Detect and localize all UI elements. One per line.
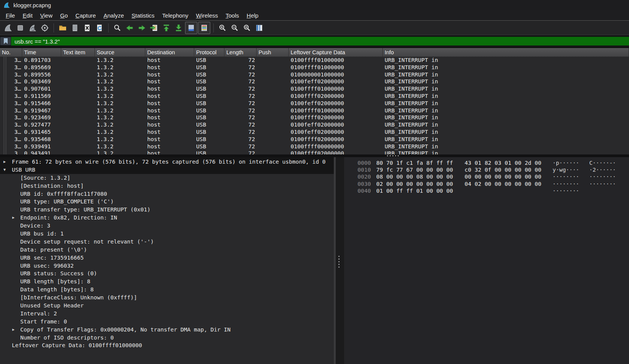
go-last-packet-button[interactable] xyxy=(173,22,184,34)
column-header-destination[interactable]: Destination xyxy=(145,48,194,57)
packet-row[interactable]: 3…0.9034691.3.2hostUSB720100feff02000000… xyxy=(0,78,629,85)
detail-row[interactable]: ▶Copy of Transfer Flags: 0x00000204, No … xyxy=(0,326,334,334)
detail-row[interactable]: Interval: 2 xyxy=(0,310,334,318)
hex-bytes-left[interactable]: 02 00 00 00 00 00 00 00 xyxy=(376,180,453,187)
detail-row[interactable]: [Source: 1.3.2] xyxy=(0,174,334,182)
ascii-left[interactable]: ·p······ xyxy=(553,159,580,166)
menu-wireless[interactable]: Wireless xyxy=(192,11,222,20)
go-back-button[interactable] xyxy=(124,22,135,34)
column-header-push[interactable]: Push xyxy=(257,48,289,57)
menu-telephony[interactable]: Telephony xyxy=(158,11,192,20)
detail-row[interactable]: Device setup request: not relevant ('-') xyxy=(0,238,334,246)
packet-row[interactable]: 3…0.9354681.3.2hostUSB720100ffff02000000… xyxy=(0,136,629,143)
column-header-time[interactable]: Time xyxy=(22,48,61,57)
packet-row[interactable]: 3…0.8956691.3.2hostUSB720100ffff01000000… xyxy=(0,64,629,71)
ascii-right[interactable]: ·2······ xyxy=(589,166,616,173)
hex-bytes-right[interactable]: c0 32 0f 00 00 00 00 00 xyxy=(465,166,542,173)
menu-go[interactable]: Go xyxy=(56,11,72,20)
menu-capture[interactable]: Capture xyxy=(72,11,99,20)
menu-statistics[interactable]: Statistics xyxy=(128,11,158,20)
hex-row[interactable]: 004001 00 ff ff 01 00 00 00········ xyxy=(344,187,629,194)
packet-row[interactable]: 3…0.8995561.3.2hostUSB720100000001000000… xyxy=(0,71,629,78)
packet-row[interactable]: 3…0.9234691.3.2hostUSB720100ffff02000000… xyxy=(0,114,629,121)
detail-row[interactable]: Leftover Capture Data: 0100ffff01000000 xyxy=(0,341,334,349)
detail-row[interactable]: [bInterfaceClass: Unknown (0xffff)] xyxy=(0,294,334,302)
packet-row[interactable]: 3…0.9274771.3.2hostUSB720100feff02000000… xyxy=(0,121,629,128)
chevron-down-icon[interactable]: ▼ xyxy=(3,166,6,174)
capture-options-button[interactable] xyxy=(39,22,50,34)
detail-row[interactable]: URB status: Success (0) xyxy=(0,270,334,278)
detail-row[interactable]: URB sec: 1735916665 xyxy=(0,254,334,262)
auto-scroll-button[interactable] xyxy=(185,22,197,34)
menu-view[interactable]: View xyxy=(36,11,56,20)
column-header-text-item[interactable]: Text item xyxy=(61,48,95,57)
zoom-out-button[interactable] xyxy=(229,22,241,34)
detail-row[interactable]: Data length [bytes]: 8 xyxy=(0,286,334,294)
chevron-right-icon[interactable]: ▶ xyxy=(12,214,15,222)
find-packet-button[interactable] xyxy=(112,22,123,34)
save-file-button[interactable] xyxy=(69,22,81,34)
column-header-leftover-capture-data[interactable]: Leftover Capture Data xyxy=(289,48,383,57)
detail-row[interactable]: URB type: URB_COMPLETE ('C') xyxy=(0,198,334,206)
restart-capture-button[interactable] xyxy=(27,22,38,34)
close-file-button[interactable] xyxy=(81,22,93,34)
packet-row[interactable]: 3…0.9115691.3.2hostUSB720100ffff02000000… xyxy=(0,93,629,100)
filter-bookmark-button[interactable] xyxy=(0,37,11,46)
detail-row[interactable]: URB transfer type: URB_INTERRUPT (0x01) xyxy=(0,206,334,214)
menu-help[interactable]: Help xyxy=(243,11,262,20)
column-header-no-[interactable]: No. xyxy=(0,48,22,57)
chevron-right-icon[interactable]: ▶ xyxy=(12,326,15,334)
hex-bytes-left[interactable]: 01 00 ff ff 01 00 00 00 xyxy=(376,187,453,194)
hex-row[interactable]: 003002 00 00 00 00 00 00 0004 02 00 00 0… xyxy=(344,180,629,187)
hex-bytes-left[interactable]: 79 fc 77 67 00 00 00 00 xyxy=(376,166,453,173)
packet-row[interactable]: 3…0.9194671.3.2hostUSB720100ffff01000000… xyxy=(0,107,629,114)
stop-capture-button[interactable] xyxy=(15,22,26,34)
menu-edit[interactable]: Edit xyxy=(19,11,36,20)
packet-row[interactable]: 3…0.9154661.3.2hostUSB720100feff02000000… xyxy=(0,100,629,107)
hex-bytes-right[interactable]: 43 01 82 03 01 00 2d 00 xyxy=(465,159,542,166)
vertical-splitter[interactable] xyxy=(334,157,344,364)
menu-analyze[interactable]: Analyze xyxy=(100,11,128,20)
packet-row[interactable]: 3…0.9434911.3.2hostUSB720100ffff02000000… xyxy=(0,150,629,154)
detail-row[interactable]: Unused Setup Header xyxy=(0,302,334,310)
chevron-right-icon[interactable]: ▶ xyxy=(3,158,6,166)
detail-row[interactable]: ▶Frame 61: 72 bytes on wire (576 bits), … xyxy=(0,158,334,166)
detail-row[interactable]: ▼USB URB xyxy=(0,166,334,174)
hex-row[interactable]: 002008 00 00 00 08 00 00 0000 00 00 00 0… xyxy=(344,173,629,180)
detail-row[interactable]: URB length [bytes]: 8 xyxy=(0,278,334,286)
detail-row[interactable]: Start frame: 0 xyxy=(0,318,334,326)
detail-row[interactable]: URB bus id: 1 xyxy=(0,230,334,238)
open-file-button[interactable] xyxy=(57,22,68,34)
menu-tools[interactable]: Tools xyxy=(222,11,243,20)
display-filter-input[interactable]: usb.src == "1.3.2" xyxy=(11,37,629,46)
ascii-right[interactable]: ········ xyxy=(589,173,616,180)
resize-columns-button[interactable] xyxy=(254,22,265,34)
hex-row[interactable]: 001079 fc 77 67 00 00 00 00c0 32 0f 00 0… xyxy=(344,166,629,173)
detail-row[interactable]: [Destination: host] xyxy=(0,182,334,190)
reload-file-button[interactable] xyxy=(94,22,105,34)
hex-row[interactable]: 000080 70 1f c1 fa 8f ff ff43 01 82 03 0… xyxy=(344,159,629,166)
hex-bytes-left[interactable]: 08 00 00 00 08 00 00 00 xyxy=(376,173,453,180)
packet-row[interactable]: 3…0.9394911.3.2hostUSB720100ffff00000000… xyxy=(0,143,629,150)
start-capture-button[interactable] xyxy=(2,22,14,34)
column-header-length[interactable]: Length xyxy=(224,48,257,57)
column-header-protocol[interactable]: Protocol xyxy=(194,48,224,57)
colorize-button[interactable] xyxy=(198,22,210,34)
horizontal-splitter[interactable] xyxy=(0,154,629,157)
detail-row[interactable]: URB usec: 996032 xyxy=(0,262,334,270)
go-to-packet-button[interactable] xyxy=(148,22,160,34)
column-header-source[interactable]: Source xyxy=(95,48,145,57)
column-header-info[interactable]: Info xyxy=(383,48,629,57)
ascii-right[interactable]: C·····-· xyxy=(589,159,616,166)
detail-row[interactable]: Number of ISO descriptors: 0 xyxy=(0,334,334,342)
hex-bytes-left[interactable]: 80 70 1f c1 fa 8f ff ff xyxy=(376,159,453,166)
ascii-left[interactable]: ········ xyxy=(553,187,580,194)
zoom-original-button[interactable] xyxy=(241,22,253,34)
zoom-in-button[interactable] xyxy=(217,22,228,34)
go-first-packet-button[interactable] xyxy=(161,22,172,34)
hex-bytes-right[interactable]: 00 00 00 00 00 00 00 00 xyxy=(465,173,542,180)
hex-bytes-right[interactable]: 04 02 00 00 00 00 00 00 xyxy=(465,180,542,187)
detail-row[interactable]: URB id: 0xffff8ffac11f7080 xyxy=(0,190,334,198)
ascii-left[interactable]: ········ xyxy=(553,180,580,187)
ascii-right[interactable]: ········ xyxy=(589,180,616,187)
